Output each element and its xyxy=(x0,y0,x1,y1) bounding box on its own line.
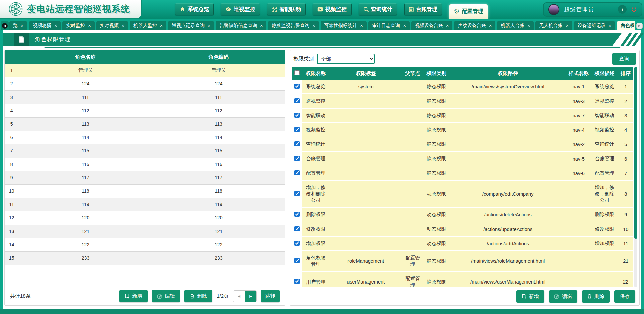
prev-page-button[interactable]: ◀ xyxy=(233,291,245,302)
nav-config-management[interactable]: ⚙配置管理 xyxy=(449,4,488,19)
row-checkbox[interactable] xyxy=(294,113,300,118)
permission-row[interactable]: 巡视监控静态权限nav-3巡视监控2 xyxy=(292,94,633,108)
row-checkbox[interactable] xyxy=(294,141,300,146)
nav-smart-linkage[interactable]: 智能联动 xyxy=(267,3,306,15)
close-icon[interactable]: × xyxy=(566,23,568,28)
roles-add-button[interactable]: 新增 xyxy=(119,290,148,302)
tab-9[interactable]: 审计日志查询× xyxy=(368,21,410,30)
tab-13[interactable]: 无人机台账× xyxy=(535,21,572,30)
role-row[interactable]: 6114114 xyxy=(5,131,285,144)
permission-row[interactable]: 角色权限管理roleManagement配置管理静态权限/main/views/… xyxy=(292,251,633,271)
vertical-scrollbar[interactable] xyxy=(634,67,637,287)
row-checkbox[interactable] xyxy=(294,279,300,284)
nav-system-overview[interactable]: 系统总览 xyxy=(175,3,214,15)
select-all-checkbox[interactable] xyxy=(294,70,300,75)
user-panel[interactable]: 超级管理员 i xyxy=(543,2,642,17)
row-checkbox[interactable] xyxy=(294,258,300,263)
close-icon[interactable]: × xyxy=(527,23,530,28)
close-icon[interactable]: × xyxy=(489,23,492,28)
permission-row[interactable]: 增加权限动态权限/actions/addActions增加权限11 xyxy=(292,236,633,251)
role-row[interactable]: 14122122 xyxy=(5,238,285,251)
tab-scroll-right-button[interactable]: ▶ xyxy=(635,21,643,30)
role-row[interactable]: 3111111 xyxy=(5,90,285,104)
close-icon[interactable]: × xyxy=(208,23,210,28)
row-checkbox[interactable] xyxy=(294,170,300,175)
nav-video-monitor[interactable]: 视频监控 xyxy=(313,3,352,15)
tab-10[interactable]: 视频设备台账× xyxy=(411,21,452,30)
tab-14[interactable]: 设备运维记录× xyxy=(574,21,615,30)
tab-0[interactable]: 览× xyxy=(9,21,27,30)
role-row[interactable]: 11119119 xyxy=(5,198,285,211)
role-row[interactable]: 12120120 xyxy=(5,211,285,225)
row-checkbox[interactable] xyxy=(294,241,300,246)
roles-edit-button[interactable]: 编辑 xyxy=(152,290,180,302)
role-row[interactable]: 7115115 xyxy=(5,144,285,158)
close-icon[interactable]: × xyxy=(360,23,363,28)
tab-1[interactable]: 视频轮播× xyxy=(29,21,61,30)
tab-11[interactable]: 声纹设备台账× xyxy=(454,21,495,30)
perm-save-button[interactable]: 保存 xyxy=(614,290,635,303)
row-checkbox[interactable] xyxy=(294,226,300,231)
role-row[interactable]: 9117117 xyxy=(5,171,285,184)
close-icon[interactable]: × xyxy=(160,23,163,28)
tab-scroll-left-button[interactable]: ◀ xyxy=(1,21,9,30)
permission-row[interactable]: 智能联动静态权限nav-7智能联动3 xyxy=(292,108,633,123)
tab-7[interactable]: 静默监视告警查询× xyxy=(268,21,319,30)
tab-2[interactable]: 实时监控× xyxy=(62,21,94,30)
perm-delete-button[interactable]: 删除 xyxy=(582,290,610,303)
role-row[interactable]: 4112112 xyxy=(5,104,285,117)
logout-power-icon[interactable] xyxy=(631,6,637,12)
row-checkbox[interactable] xyxy=(294,127,300,132)
tab-15[interactable]: 角色权限管理× xyxy=(617,21,635,30)
row-checkbox[interactable] xyxy=(294,212,300,217)
search-button[interactable]: 查询 xyxy=(612,53,636,65)
next-page-button[interactable]: ▶ xyxy=(245,291,256,302)
permission-row[interactable]: 删除权限动态权限/actions/deleteActions删除权限9 xyxy=(292,207,633,222)
row-checkbox[interactable] xyxy=(294,191,300,196)
tab-3[interactable]: 实时视频× xyxy=(96,21,128,30)
permission-row[interactable]: 台账管理静态权限nav-5台账管理6 xyxy=(292,151,633,166)
permission-type-select[interactable]: 全部 xyxy=(317,54,375,64)
tab-5[interactable]: 巡视点记录查询× xyxy=(168,21,214,30)
close-icon[interactable]: × xyxy=(88,23,91,28)
close-icon[interactable]: × xyxy=(260,23,263,28)
jump-button[interactable]: 跳转 xyxy=(261,290,280,302)
permission-row[interactable]: 修改权限动态权限/actions/updateActions修改权限10 xyxy=(292,222,633,236)
permission-row[interactable]: 系统总览system静态权限/main/views/systemOverview… xyxy=(292,80,633,94)
role-row[interactable]: 1管理员管理员 xyxy=(5,64,285,77)
close-icon[interactable]: × xyxy=(609,23,611,28)
scrollbar-thumb[interactable] xyxy=(634,67,637,239)
close-icon[interactable]: × xyxy=(21,23,23,28)
permission-row[interactable]: 配置管理静态权限nav-6配置管理7 xyxy=(292,166,633,180)
tab-6[interactable]: 告警缺陷信息查询× xyxy=(216,21,266,30)
perm-add-button[interactable]: 新增 xyxy=(516,290,544,303)
nav-query-statistics[interactable]: 查询统计 xyxy=(359,3,397,15)
row-checkbox[interactable] xyxy=(294,98,300,103)
permission-row[interactable]: 查询统计静态权限nav-2查询统计5 xyxy=(292,137,633,151)
close-icon[interactable]: × xyxy=(446,23,449,28)
nav-ledger-management[interactable]: 台账管理 xyxy=(404,3,442,15)
role-row[interactable]: 2124124 xyxy=(5,77,285,90)
close-icon[interactable]: × xyxy=(122,23,124,28)
role-row[interactable]: 5113113 xyxy=(5,117,285,131)
permission-row[interactable]: 增加，修改和删除公司动态权限/company/editCompany增加，修改，… xyxy=(292,180,633,207)
row-checkbox[interactable] xyxy=(294,84,300,89)
tab-8[interactable]: 可靠性指标统计× xyxy=(321,21,367,30)
tab-4[interactable]: 机器人监控× xyxy=(130,21,166,30)
close-icon[interactable]: × xyxy=(312,23,315,28)
perm-edit-button[interactable]: 编辑 xyxy=(549,290,577,303)
roles-delete-button[interactable]: 删除 xyxy=(184,290,212,302)
close-icon[interactable]: × xyxy=(54,23,57,28)
role-row[interactable]: 8116116 xyxy=(5,158,285,171)
role-row[interactable]: 13121121 xyxy=(5,225,285,238)
close-icon[interactable]: × xyxy=(403,23,406,28)
role-row[interactable]: 15233233 xyxy=(5,251,285,265)
tab-12[interactable]: 机器人台账× xyxy=(497,21,534,30)
permission-row[interactable]: 视频监控静态权限nav-4视频监控4 xyxy=(292,123,633,137)
role-row[interactable]: 10118118 xyxy=(5,184,285,198)
row-checkbox[interactable] xyxy=(294,156,300,161)
info-icon[interactable]: i xyxy=(618,5,627,14)
nav-inspection-monitor[interactable]: 巡视监控 xyxy=(221,3,260,15)
permission-row[interactable]: 用户管理userManagement配置管理静态权限/main/views/us… xyxy=(292,271,633,287)
perm-name: 配置管理 xyxy=(302,166,329,180)
